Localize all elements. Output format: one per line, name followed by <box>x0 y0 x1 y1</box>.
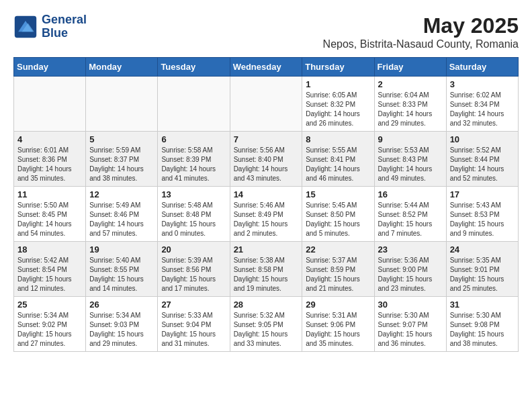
day-info: Sunrise: 5:30 AMSunset: 9:07 PMDaylight:… <box>378 311 443 349</box>
day-info: Sunrise: 6:05 AMSunset: 8:32 PMDaylight:… <box>306 91 370 128</box>
weekday-header-wednesday: Wednesday <box>230 58 302 77</box>
day-number: 30 <box>378 300 443 310</box>
calendar-cell: 16Sunrise: 5:44 AMSunset: 8:52 PMDayligh… <box>374 187 446 242</box>
header: General Blue May 2025 Nepos, Bistrita-Na… <box>13 13 519 50</box>
calendar-cell: 9Sunrise: 5:53 AMSunset: 8:43 PMDaylight… <box>374 132 446 187</box>
calendar-cell: 10Sunrise: 5:52 AMSunset: 8:44 PMDayligh… <box>446 132 518 187</box>
week-row-4: 18Sunrise: 5:42 AMSunset: 8:54 PMDayligh… <box>14 242 519 297</box>
day-number: 8 <box>306 134 370 144</box>
title-area: May 2025 Nepos, Bistrita-Nasaud County, … <box>323 13 519 50</box>
week-row-3: 11Sunrise: 5:50 AMSunset: 8:45 PMDayligh… <box>14 187 519 242</box>
day-info: Sunrise: 5:39 AMSunset: 8:56 PMDaylight:… <box>161 256 226 293</box>
day-number: 31 <box>450 300 515 310</box>
weekday-header-sunday: Sunday <box>14 58 86 77</box>
week-row-5: 25Sunrise: 5:34 AMSunset: 9:02 PMDayligh… <box>14 297 519 352</box>
day-info: Sunrise: 5:30 AMSunset: 9:08 PMDaylight:… <box>450 311 515 349</box>
day-info: Sunrise: 5:53 AMSunset: 8:43 PMDaylight:… <box>378 146 443 183</box>
weekday-header-monday: Monday <box>86 58 158 77</box>
calendar-cell: 5Sunrise: 5:59 AMSunset: 8:37 PMDaylight… <box>86 132 158 187</box>
day-number: 28 <box>234 300 299 310</box>
day-number: 26 <box>89 300 154 310</box>
day-number: 24 <box>450 244 515 255</box>
calendar-cell: 21Sunrise: 5:38 AMSunset: 8:58 PMDayligh… <box>230 242 302 297</box>
calendar-cell: 2Sunrise: 6:04 AMSunset: 8:33 PMDaylight… <box>374 77 446 132</box>
week-row-2: 4Sunrise: 6:01 AMSunset: 8:36 PMDaylight… <box>14 132 519 187</box>
day-number: 17 <box>450 189 515 199</box>
day-number: 20 <box>161 244 226 255</box>
day-info: Sunrise: 5:34 AMSunset: 9:02 PMDaylight:… <box>17 311 82 349</box>
day-info: Sunrise: 5:35 AMSunset: 9:01 PMDaylight:… <box>450 256 515 293</box>
day-info: Sunrise: 5:43 AMSunset: 8:53 PMDaylight:… <box>450 201 515 238</box>
logo-line1: General <box>42 13 87 27</box>
logo: General Blue <box>13 13 87 40</box>
day-info: Sunrise: 5:55 AMSunset: 8:41 PMDaylight:… <box>306 146 370 183</box>
weekday-header-row: SundayMondayTuesdayWednesdayThursdayFrid… <box>14 58 519 77</box>
logo-icon <box>13 15 38 39</box>
weekday-header-tuesday: Tuesday <box>158 58 230 77</box>
weekday-header-friday: Friday <box>374 58 446 77</box>
day-info: Sunrise: 5:59 AMSunset: 8:37 PMDaylight:… <box>89 146 154 183</box>
calendar-cell: 19Sunrise: 5:40 AMSunset: 8:55 PMDayligh… <box>86 242 158 297</box>
day-number: 3 <box>450 79 515 89</box>
day-number: 19 <box>89 244 154 255</box>
day-info: Sunrise: 5:33 AMSunset: 9:04 PMDaylight:… <box>161 311 226 349</box>
calendar-cell: 14Sunrise: 5:46 AMSunset: 8:49 PMDayligh… <box>230 187 302 242</box>
calendar-cell: 17Sunrise: 5:43 AMSunset: 8:53 PMDayligh… <box>446 187 518 242</box>
day-number: 15 <box>306 189 370 199</box>
day-info: Sunrise: 5:56 AMSunset: 8:40 PMDaylight:… <box>234 146 299 183</box>
calendar-cell: 13Sunrise: 5:48 AMSunset: 8:48 PMDayligh… <box>158 187 230 242</box>
day-info: Sunrise: 5:42 AMSunset: 8:54 PMDaylight:… <box>17 256 82 293</box>
calendar: SundayMondayTuesdayWednesdayThursdayFrid… <box>13 57 519 352</box>
calendar-cell: 29Sunrise: 5:31 AMSunset: 9:06 PMDayligh… <box>302 297 374 352</box>
day-info: Sunrise: 6:02 AMSunset: 8:34 PMDaylight:… <box>450 91 515 128</box>
day-info: Sunrise: 5:49 AMSunset: 8:46 PMDaylight:… <box>89 201 154 238</box>
day-info: Sunrise: 5:31 AMSunset: 9:06 PMDaylight:… <box>306 311 370 349</box>
day-number: 6 <box>161 134 226 144</box>
day-number: 10 <box>450 134 515 144</box>
day-number: 11 <box>17 189 82 199</box>
day-info: Sunrise: 5:36 AMSunset: 9:00 PMDaylight:… <box>378 256 443 293</box>
day-number: 29 <box>306 300 370 310</box>
calendar-cell <box>86 77 158 132</box>
day-info: Sunrise: 5:37 AMSunset: 8:59 PMDaylight:… <box>306 256 370 293</box>
calendar-cell <box>158 77 230 132</box>
day-number: 22 <box>306 244 370 255</box>
logo-line2: Blue <box>42 27 87 40</box>
calendar-cell: 24Sunrise: 5:35 AMSunset: 9:01 PMDayligh… <box>446 242 518 297</box>
day-number: 12 <box>89 189 154 199</box>
day-info: Sunrise: 5:58 AMSunset: 8:39 PMDaylight:… <box>161 146 226 183</box>
calendar-cell: 7Sunrise: 5:56 AMSunset: 8:40 PMDaylight… <box>230 132 302 187</box>
day-info: Sunrise: 5:46 AMSunset: 8:49 PMDaylight:… <box>234 201 299 238</box>
calendar-cell: 28Sunrise: 5:32 AMSunset: 9:05 PMDayligh… <box>230 297 302 352</box>
day-number: 27 <box>161 300 226 310</box>
calendar-cell: 23Sunrise: 5:36 AMSunset: 9:00 PMDayligh… <box>374 242 446 297</box>
day-info: Sunrise: 5:40 AMSunset: 8:55 PMDaylight:… <box>89 256 154 293</box>
day-number: 2 <box>378 79 443 89</box>
day-number: 1 <box>306 79 370 89</box>
day-number: 14 <box>234 189 299 199</box>
day-info: Sunrise: 6:04 AMSunset: 8:33 PMDaylight:… <box>378 91 443 128</box>
calendar-cell: 18Sunrise: 5:42 AMSunset: 8:54 PMDayligh… <box>14 242 86 297</box>
day-number: 13 <box>161 189 226 199</box>
calendar-cell: 26Sunrise: 5:34 AMSunset: 9:03 PMDayligh… <box>86 297 158 352</box>
day-info: Sunrise: 5:45 AMSunset: 8:50 PMDaylight:… <box>306 201 370 238</box>
day-info: Sunrise: 5:38 AMSunset: 8:58 PMDaylight:… <box>234 256 299 293</box>
day-info: Sunrise: 5:50 AMSunset: 8:45 PMDaylight:… <box>17 201 82 238</box>
calendar-cell <box>230 77 302 132</box>
calendar-cell: 4Sunrise: 6:01 AMSunset: 8:36 PMDaylight… <box>14 132 86 187</box>
day-number: 25 <box>17 300 82 310</box>
day-number: 16 <box>378 189 443 199</box>
calendar-cell <box>14 77 86 132</box>
day-number: 4 <box>17 134 82 144</box>
calendar-cell: 22Sunrise: 5:37 AMSunset: 8:59 PMDayligh… <box>302 242 374 297</box>
day-number: 5 <box>89 134 154 144</box>
day-number: 21 <box>234 244 299 255</box>
month-year: May 2025 <box>323 13 519 38</box>
calendar-cell: 20Sunrise: 5:39 AMSunset: 8:56 PMDayligh… <box>158 242 230 297</box>
day-info: Sunrise: 5:48 AMSunset: 8:48 PMDaylight:… <box>161 201 226 238</box>
calendar-cell: 30Sunrise: 5:30 AMSunset: 9:07 PMDayligh… <box>374 297 446 352</box>
calendar-cell: 3Sunrise: 6:02 AMSunset: 8:34 PMDaylight… <box>446 77 518 132</box>
day-info: Sunrise: 6:01 AMSunset: 8:36 PMDaylight:… <box>17 146 82 183</box>
day-number: 9 <box>378 134 443 144</box>
day-info: Sunrise: 5:44 AMSunset: 8:52 PMDaylight:… <box>378 201 443 238</box>
